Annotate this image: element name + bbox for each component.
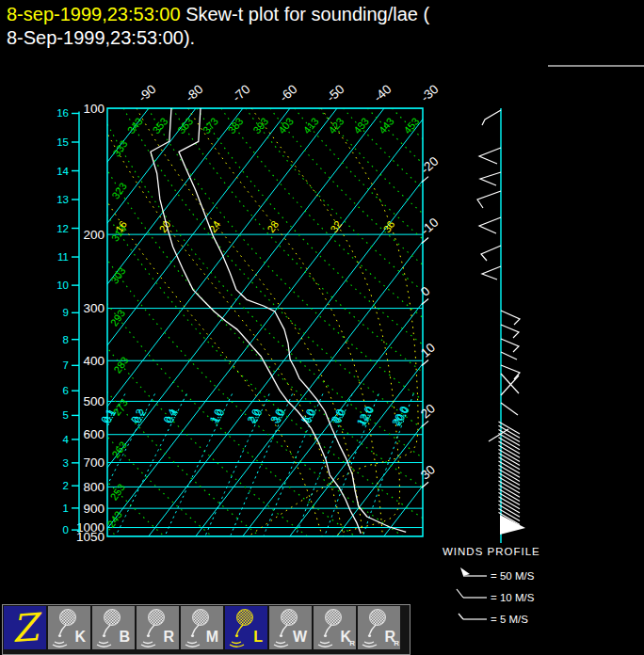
wind-barb	[501, 339, 519, 352]
mixing-ratio-label: 3.0	[268, 407, 285, 424]
mixing-ratio-label: 1.0	[207, 407, 224, 424]
height-label: 7	[63, 359, 69, 371]
height-label: 15	[56, 136, 69, 148]
button-letter-subscript: R	[394, 639, 399, 647]
mixing-ratio-label: 0.2	[129, 407, 146, 424]
sounding-b-button[interactable]: B	[92, 606, 135, 649]
dry-adiabat-label: 303	[108, 265, 127, 286]
dry-adiabat-label: 443	[377, 116, 396, 136]
wind-barb	[501, 375, 519, 395]
height-label: 0	[63, 524, 69, 535]
isotherm-top-label: -40	[371, 82, 394, 104]
sounding-m-button[interactable]: M	[181, 606, 223, 649]
isotherm-top-label: -70	[230, 82, 253, 104]
height-axis: 012345678910111213141516	[56, 107, 79, 535]
dry-adiabat-label: 343	[125, 116, 145, 136]
plot-border	[107, 108, 423, 536]
wind-barb	[477, 191, 501, 208]
dry-adiabat-label: 283	[111, 355, 130, 375]
winds-profile-title: WINDS PROFILE	[443, 546, 540, 557]
dry-adiabat-label: 403	[276, 116, 296, 136]
flag-50ms-icon	[460, 567, 470, 576]
legend-label: = 5 M/S	[491, 614, 528, 625]
sounding-r-button[interactable]: R	[137, 606, 179, 649]
wind-barb	[501, 325, 519, 338]
pressure-label: 200	[83, 228, 105, 242]
wind-barb	[501, 352, 517, 359]
sounding-traces	[151, 108, 406, 534]
dry-adiabat-label: 353	[151, 116, 170, 136]
isotherm-top-label: -90	[136, 82, 159, 104]
height-label: 3	[63, 457, 69, 469]
height-label: 12	[56, 223, 69, 234]
temperature-trace	[179, 108, 406, 532]
sounding-kr-button[interactable]: KR	[314, 606, 356, 649]
button-letter: L	[253, 629, 263, 646]
wind-barb	[489, 429, 508, 441]
pressure-label: 300	[83, 301, 105, 315]
pressure-label: 1050	[76, 530, 105, 544]
zeb-logo-button[interactable]: Z	[4, 606, 46, 649]
skewt-chart: 2432532632732832933033133233333433533633…	[0, 0, 644, 655]
wind-barb	[481, 246, 501, 261]
isotherm-right-label: 30	[418, 462, 438, 482]
sounding-l-button[interactable]: L	[225, 606, 267, 649]
dry-adiabat-label: 323	[109, 181, 128, 201]
height-label: 14	[56, 166, 69, 177]
isotherm-right-label: -20	[418, 154, 442, 177]
wind-barb	[479, 217, 501, 233]
height-label: 9	[63, 307, 69, 318]
moist-adiabat-label: 20	[156, 218, 172, 234]
pressure-label: 100	[83, 102, 105, 116]
button-letter: M	[206, 629, 218, 646]
sounding-w-button[interactable]: W	[269, 606, 312, 649]
wind-barb	[482, 266, 501, 280]
dry-adiabat-label: 253	[107, 482, 126, 503]
mixing-ratio-label: 0.4	[161, 407, 178, 424]
button-letter: B	[119, 629, 130, 646]
wind-barb	[480, 172, 501, 185]
dewpoint-trace	[151, 108, 361, 534]
height-label: 4	[63, 434, 70, 445]
plot-grid	[0, 108, 644, 536]
dry-adiabat-label: 333	[110, 138, 129, 159]
isotherm-top-label: -50	[324, 82, 347, 104]
mixing-ratio-label: 2.0	[245, 407, 262, 424]
grid-labels: 2432532632732832933033133233333433533633…	[76, 82, 442, 543]
pressure-label: 600	[83, 427, 105, 441]
pressure-label: 800	[83, 480, 105, 494]
isotherm-top-label: -30	[418, 82, 442, 104]
wind-barb	[482, 110, 501, 125]
wind-barb	[501, 311, 520, 325]
sounding-k-button[interactable]: K	[48, 606, 90, 649]
isotherm-right-label: 0	[418, 284, 433, 299]
isotherm-top-label: -60	[277, 82, 300, 104]
pressure-label: 700	[83, 455, 105, 470]
height-label: 13	[56, 194, 69, 205]
wind-barb	[501, 403, 518, 415]
button-letter: R	[163, 629, 174, 646]
app-window: 8-sep-1999,23:53:00 Skew-t plot for soun…	[0, 0, 644, 655]
pressure-label: 500	[83, 394, 105, 408]
button-letter: W	[293, 629, 307, 646]
pressure-label: 400	[83, 354, 105, 368]
dry-adiabat-label: 293	[108, 308, 127, 328]
height-label: 16	[56, 107, 69, 119]
height-label: 11	[57, 251, 69, 263]
legend-label: = 50 M/S	[491, 570, 535, 582]
button-letter: K	[74, 629, 86, 646]
isotherm-top-label: -80	[183, 82, 206, 104]
moist-adiabat-label: 28	[265, 218, 281, 234]
wind-barb-cluster	[500, 515, 525, 535]
winds-legend: WINDS PROFILE= 50 M/S= 10 M/S= 5 M/S	[443, 546, 540, 625]
button-letter-subscript: R	[349, 639, 355, 647]
dry-adiabat-label: 433	[351, 116, 371, 136]
wind-barb	[479, 148, 501, 164]
moist-adiabat-label: 32	[328, 218, 344, 234]
height-label: 1	[63, 503, 69, 514]
pressure-label: 900	[83, 502, 105, 516]
isotherm-right-label: 20	[418, 401, 438, 421]
height-label: 8	[63, 334, 69, 345]
height-label: 6	[63, 385, 69, 396]
sounding-rr-button[interactable]: RR	[358, 606, 400, 649]
